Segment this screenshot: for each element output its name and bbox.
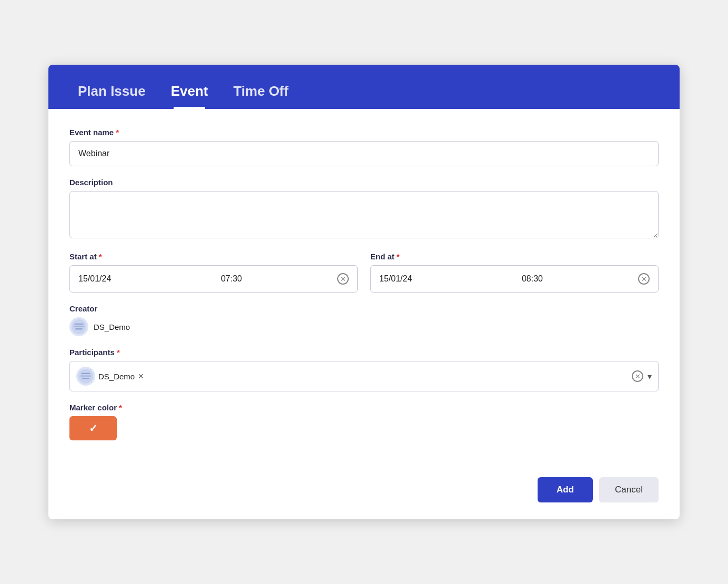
- svg-rect-5: [81, 373, 90, 374]
- participants-controls: ✕ ▾: [632, 370, 652, 382]
- start-at-time: 07:30: [126, 274, 337, 284]
- start-at-clear-icon[interactable]: ✕: [337, 273, 349, 285]
- marker-color-field: Marker color * ✓: [69, 403, 659, 440]
- participant-remove-icon[interactable]: ✕: [138, 372, 144, 380]
- start-at-label: Start at *: [69, 252, 358, 261]
- start-at-date: 15/01/24: [78, 274, 126, 284]
- marker-color-checkmark: ✓: [89, 422, 98, 435]
- event-name-field: Event name *: [69, 128, 659, 166]
- svg-rect-6: [80, 375, 91, 376]
- event-name-label: Event name *: [69, 128, 659, 137]
- end-at-field: End at * 15/01/24 08:30 ✕: [370, 252, 659, 293]
- creator-row: DS_Demo: [69, 317, 659, 336]
- event-name-input[interactable]: [69, 141, 659, 166]
- svg-rect-1: [74, 324, 83, 325]
- end-at-input[interactable]: 15/01/24 08:30 ✕: [370, 265, 659, 293]
- svg-rect-3: [75, 328, 83, 329]
- participants-input[interactable]: DS_Demo ✕ ✕ ▾: [69, 361, 659, 391]
- tab-plan-issue[interactable]: Plan Issue: [65, 73, 158, 109]
- end-at-label: End at *: [370, 252, 659, 261]
- description-input[interactable]: [69, 191, 659, 238]
- end-at-date: 15/01/24: [379, 274, 427, 284]
- participants-chevron-icon[interactable]: ▾: [648, 371, 652, 381]
- end-at-required: *: [397, 252, 400, 261]
- cancel-button[interactable]: Cancel: [599, 477, 659, 502]
- form-body: Event name * Description Start at * 15/0…: [48, 109, 680, 469]
- event-name-required: *: [116, 128, 119, 137]
- tab-bar: Plan Issue Event Time Off: [48, 65, 680, 109]
- participants-chips: DS_Demo ✕: [76, 367, 632, 386]
- description-field: Description: [69, 178, 659, 240]
- participant-chip: DS_Demo ✕: [76, 367, 144, 386]
- creator-avatar: [69, 317, 88, 336]
- end-at-time: 08:30: [427, 274, 638, 284]
- participants-clear-icon[interactable]: ✕: [632, 370, 643, 382]
- tab-time-off[interactable]: Time Off: [220, 73, 301, 109]
- marker-color-label: Marker color *: [69, 403, 659, 412]
- creator-name: DS_Demo: [94, 323, 130, 331]
- start-at-field: Start at * 15/01/24 07:30 ✕: [69, 252, 358, 293]
- datetime-row: Start at * 15/01/24 07:30 ✕ End at *: [69, 252, 659, 304]
- form-footer: Add Cancel: [48, 469, 680, 519]
- add-button[interactable]: Add: [538, 477, 593, 502]
- marker-color-required: *: [119, 403, 122, 412]
- start-at-input[interactable]: 15/01/24 07:30 ✕: [69, 265, 358, 293]
- tab-event[interactable]: Event: [158, 73, 221, 109]
- participant-avatar: [76, 367, 95, 386]
- creator-field: Creator DS_Demo: [69, 304, 659, 336]
- participant-name: DS_Demo: [98, 372, 135, 381]
- start-at-required: *: [99, 252, 102, 261]
- participants-label: Participants *: [69, 348, 659, 357]
- svg-rect-2: [74, 326, 84, 327]
- participants-required: *: [117, 348, 120, 357]
- marker-color-swatch[interactable]: ✓: [69, 416, 117, 440]
- description-label: Description: [69, 178, 659, 187]
- end-at-clear-icon[interactable]: ✕: [638, 273, 650, 285]
- modal-container: Plan Issue Event Time Off Event name * D…: [48, 65, 680, 519]
- participants-field: Participants * DS_Demo: [69, 348, 659, 391]
- creator-label: Creator: [69, 304, 659, 313]
- svg-rect-7: [82, 378, 89, 379]
